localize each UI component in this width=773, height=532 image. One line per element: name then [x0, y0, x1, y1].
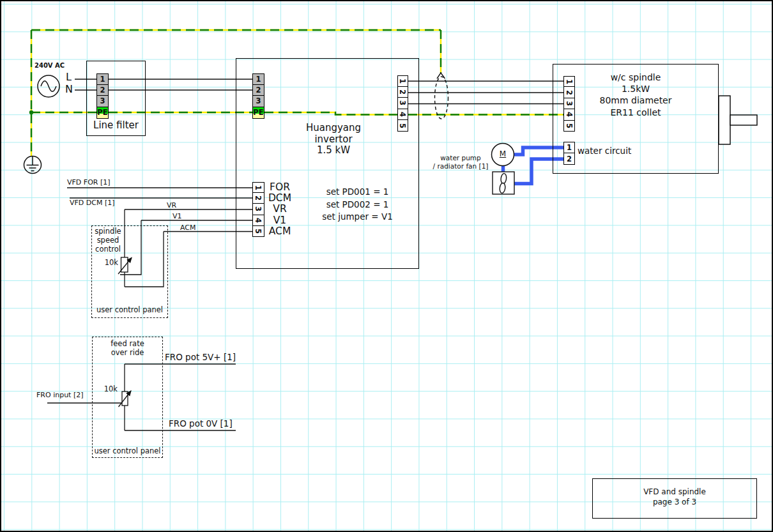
setting-line: set PD002 = 1 [292, 199, 423, 211]
vfd-for-wire-label: VFD FOR [1] [67, 179, 111, 187]
terminal: 1 [563, 76, 575, 87]
spindle-pot-value: 10k [103, 259, 118, 268]
drawing-title: VFD and spindle [592, 487, 757, 497]
acm-wire-label: ACM [180, 224, 196, 232]
spindle-title-line: w/c spindle [575, 72, 696, 83]
terminal: 2 [252, 85, 264, 96]
fro-5v-label: FRO pot 5V+ [1] [165, 353, 236, 363]
invertor-settings: set PD001 = 1 set PD002 = 1 set jumper =… [292, 186, 423, 224]
terminal: 3 [252, 204, 264, 215]
invertor-title-line: 1.5 kW [276, 145, 391, 156]
panel-title-line: over ride [92, 348, 163, 357]
feed-rate-panel-footer: user control panel [92, 447, 163, 456]
page-number: page 3 of 3 [592, 497, 757, 507]
terminal: 2 [96, 85, 109, 96]
invertor-title-line: invertor [276, 134, 391, 146]
panel-title-line: control [91, 245, 125, 254]
line-filter-title: Line filter [86, 120, 146, 132]
terminal: 1 [96, 73, 109, 85]
terminal: 2 [563, 153, 575, 165]
panel-title-line: speed [91, 236, 125, 245]
terminal: 1 [563, 142, 575, 153]
spindle-title-line: 1.5kW [575, 83, 696, 95]
terminal: 1 [252, 73, 264, 85]
title-block-text: VFD and spindle page 3 of 3 [592, 487, 757, 507]
radiator-fan-icon [493, 172, 514, 194]
panel-title-line: spindle [91, 227, 125, 236]
control-label-dcm: DCM [266, 193, 294, 204]
terminal: 5 [252, 226, 264, 237]
terminal: 3 [96, 96, 109, 107]
ac-source-icon [38, 75, 59, 97]
line-conductor-label: L [66, 72, 72, 84]
invertor-title-line: Huangyang [276, 123, 391, 134]
fro-input-label: FRO input [2] [36, 391, 84, 400]
fro-0v-label: FRO pot 0V [1] [169, 419, 233, 429]
control-label-acm: ACM [266, 226, 294, 237]
spindle-shaft [719, 96, 757, 144]
feed-rate-panel-title: feed rate over ride [92, 339, 163, 357]
motor-letter: M [496, 149, 510, 158]
source-voltage-label: 240V AC [34, 62, 65, 70]
panel-title-line: feed rate [92, 339, 163, 348]
terminal: 1 [397, 75, 408, 87]
control-label-vr: VR [266, 204, 294, 215]
terminal: 2 [563, 87, 575, 98]
control-terminal-labels: FOR DCM VR V1 ACM [266, 182, 294, 237]
water-pump-label-line: water pump [429, 154, 493, 162]
pe-junction-dot [29, 110, 33, 114]
water-pump-label-line: / radiator fan [1] [429, 162, 493, 171]
water-circuit-label: water circuit [578, 146, 631, 156]
terminal: 3 [397, 98, 408, 109]
terminal: 4 [397, 109, 408, 121]
invertor-title: Huangyang invertor 1.5 kW [276, 123, 391, 156]
setting-line: set PD001 = 1 [292, 186, 423, 199]
terminal: 2 [252, 193, 264, 204]
spindle-title-line: 80mm diameter [575, 95, 696, 106]
terminal: 2 [397, 87, 408, 98]
control-label-v1: V1 [266, 215, 294, 226]
spindle-title: w/c spindle 1.5kW 80mm diameter ER11 col… [575, 72, 696, 118]
spindle-panel-footer: user control panel [91, 306, 168, 315]
spindle-title-line: ER11 collet [575, 107, 696, 118]
terminal: 5 [563, 121, 575, 132]
invertor-input-terminals: 1 2 3 PE [252, 73, 264, 119]
spindle-terminals: 1 2 3 4 5 [563, 76, 575, 132]
terminal: 1 [252, 182, 264, 193]
three-phase-wires [408, 81, 564, 104]
spindle-speed-panel-title: spindle speed control [91, 227, 125, 254]
control-label-for: FOR [266, 182, 294, 193]
terminal: 3 [563, 98, 575, 109]
setting-line: set jumper = V1 [292, 211, 423, 224]
schematic-page: 1 2 3 PE 1 2 3 PE 1 2 3 4 5 1 2 3 4 5 1 … [0, 0, 773, 532]
invertor-output-terminals: 1 2 3 4 5 [397, 75, 408, 132]
cable-shield-icon [435, 73, 448, 119]
vfd-dcm-wire-label: VFD DCM [1] [70, 199, 115, 208]
vr-wire-label: VR [167, 202, 176, 210]
invertor-control-terminals: 1 2 3 4 5 [252, 182, 264, 237]
v1-wire-label: V1 [172, 213, 182, 221]
earth-ground-icon [24, 156, 42, 174]
terminal: 3 [252, 96, 264, 107]
line-filter-terminals: 1 2 3 PE [96, 73, 109, 119]
terminal: 4 [252, 215, 264, 226]
water-pump-label: water pump / radiator fan [1] [429, 154, 493, 171]
neutral-conductor-label: N [65, 84, 73, 96]
pe-terminal: PE [96, 107, 109, 119]
feed-rate-pot-value: 10k [102, 385, 118, 394]
terminal: 4 [563, 109, 575, 120]
pe-terminal: PE [252, 107, 264, 119]
terminal: 5 [397, 120, 408, 132]
water-circuit-terminals: 1 2 [563, 142, 575, 165]
